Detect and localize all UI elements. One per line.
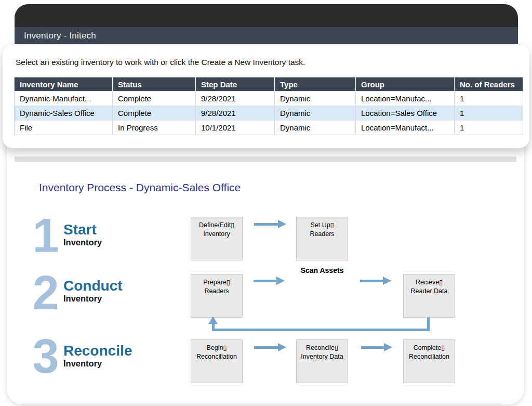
- step-1-sub: Inventory: [63, 238, 102, 247]
- column-header-status[interactable]: Status: [113, 77, 196, 91]
- box-line: Set Up▯: [297, 221, 348, 230]
- step-3-number: 3: [29, 332, 62, 380]
- step-2-sub: Inventory: [63, 294, 123, 303]
- flow-box-reconcile-inventory-data[interactable]: Reconcile▯ Inventory Data: [296, 339, 348, 383]
- inventory-select-dialog: Select an existing inventory to work wit…: [3, 45, 529, 148]
- arrow-right-icon: [361, 343, 392, 351]
- table-row-selected[interactable]: Dynamic-Sales Office Complete 9/28/2021 …: [15, 106, 523, 121]
- cell-group: Location=Manufact...: [356, 121, 455, 135]
- cell-inventory-name: Dynamic-Manufact...: [15, 91, 113, 106]
- cell-inventory-name: File: [15, 121, 113, 135]
- column-header-group[interactable]: Group: [356, 77, 455, 91]
- column-header-step-date[interactable]: Step Date: [196, 77, 275, 91]
- box-line: Complete▯: [404, 344, 455, 352]
- arrow-right-icon: [254, 277, 285, 285]
- screenshot-stage: Inventory - Initech Inventory Process - …: [0, 0, 532, 406]
- panel-top-band: [15, 156, 516, 162]
- cell-readers: 1: [455, 121, 523, 135]
- cell-status: In Progress: [113, 121, 196, 135]
- box-line: Reconciliation: [404, 352, 455, 361]
- step-3-sub: Inventory: [63, 359, 132, 368]
- box-line: Reconciliation: [191, 352, 242, 361]
- feedback-arrow-horizontal: [212, 329, 430, 331]
- flow-box-define-edit-inventory[interactable]: Define/Edit▯ Inventory: [191, 217, 243, 260]
- box-line: Prepare▯: [191, 278, 242, 287]
- step-2-number: 2: [29, 269, 62, 317]
- column-header-inventory-name[interactable]: Inventory Name: [15, 77, 113, 91]
- cell-readers: 1: [455, 91, 523, 106]
- arrow-right-icon: [254, 220, 286, 228]
- box-line: Inventory: [191, 230, 242, 239]
- step-3-label: Reconcile Inventory: [63, 343, 132, 368]
- scan-assets-label: Scan Assets: [291, 266, 353, 274]
- table-header-row: Inventory Name Status Step Date Type Gro…: [15, 77, 523, 91]
- cell-inventory-name: Dynamic-Sales Office: [15, 106, 113, 121]
- cell-group: Location=Manufac...: [356, 91, 455, 106]
- flow-box-complete-reconciliation[interactable]: Complete▯ Reconciliation: [403, 339, 455, 383]
- box-line: Readers: [297, 230, 348, 239]
- feedback-arrow-shaft: [212, 323, 215, 331]
- box-line: Begin▯: [191, 344, 242, 352]
- table-row[interactable]: File In Progress 10/1/2021 Dynamic Locat…: [15, 121, 523, 135]
- box-line: Reader Data: [404, 287, 455, 296]
- flow-box-receive-reader-data[interactable]: Recieve▯ Reader Data: [403, 274, 455, 318]
- cell-step-date: 9/28/2021: [196, 106, 275, 121]
- cell-type: Dynamic: [275, 121, 356, 135]
- bottom-edge-strip: [21, 403, 501, 406]
- flow-box-prepare-readers[interactable]: Prepare▯ Readers: [191, 274, 243, 318]
- step-2-label: Conduct Inventory: [63, 278, 123, 303]
- diagram-title: Inventory Process - Dynamic-Sales Office: [39, 181, 241, 194]
- cell-step-date: 9/28/2021: [196, 91, 275, 106]
- box-line: Readers: [191, 287, 242, 296]
- box-line: Reconcile▯: [297, 344, 348, 352]
- box-line: Define/Edit▯: [191, 221, 242, 230]
- step-1-number: 1: [29, 212, 62, 259]
- column-header-no-of-readers[interactable]: No. of Readers: [455, 77, 523, 91]
- box-line: Recieve▯: [404, 278, 455, 287]
- cell-step-date: 10/1/2021: [196, 121, 275, 135]
- inventory-table: Inventory Name Status Step Date Type Gro…: [14, 77, 523, 135]
- arrow-right-icon: [254, 343, 286, 351]
- column-header-type[interactable]: Type: [275, 77, 356, 91]
- instruction-text: Select an existing inventory to work wit…: [16, 58, 305, 67]
- arrow-right-icon: [360, 277, 391, 285]
- cell-status: Complete: [113, 106, 196, 121]
- box-line: Inventory Data: [297, 352, 348, 361]
- table-row[interactable]: Dynamic-Manufact... Complete 9/28/2021 D…: [15, 91, 523, 106]
- window-title-bar: Inventory - Initech: [15, 27, 518, 44]
- app-window: Inventory - Initech: [15, 4, 518, 44]
- cell-type: Dynamic: [275, 106, 356, 121]
- cell-group: Location=Sales Office: [356, 106, 455, 121]
- window-title: Inventory - Initech: [24, 31, 96, 41]
- cell-type: Dynamic: [275, 91, 356, 106]
- step-2-word: Conduct: [63, 278, 123, 294]
- step-1-label: Start Inventory: [63, 222, 102, 247]
- flow-box-begin-reconciliation[interactable]: Begin▯ Reconciliation: [191, 339, 243, 383]
- step-3-word: Reconcile: [63, 343, 132, 359]
- flow-box-set-up-readers[interactable]: Set Up▯ Readers: [296, 217, 348, 260]
- arrow-up-icon: [208, 317, 218, 324]
- step-1-word: Start: [63, 222, 102, 238]
- cell-readers: 1: [455, 106, 523, 121]
- cell-status: Complete: [113, 91, 196, 106]
